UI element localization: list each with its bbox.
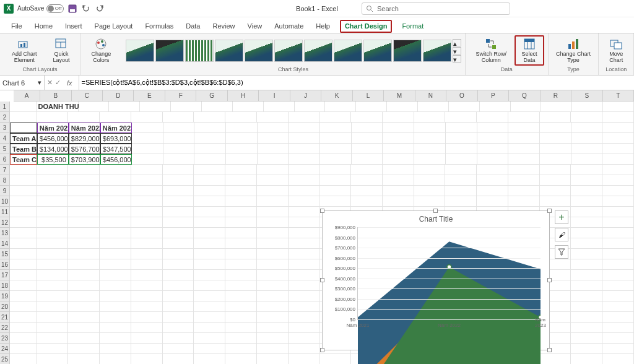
cell[interactable] xyxy=(194,144,226,154)
cell[interactable] xyxy=(480,102,511,112)
cell[interactable] xyxy=(10,333,37,344)
tab-home[interactable]: Home xyxy=(32,20,55,33)
cell[interactable] xyxy=(289,186,320,196)
cell[interactable] xyxy=(602,238,634,249)
cell[interactable] xyxy=(163,291,194,301)
cell[interactable] xyxy=(68,217,100,228)
cell[interactable] xyxy=(194,249,225,259)
row-header[interactable]: 20 xyxy=(0,301,10,312)
cell[interactable] xyxy=(602,291,634,301)
row-header[interactable]: 22 xyxy=(0,323,10,333)
cell[interactable] xyxy=(68,280,100,291)
cell[interactable] xyxy=(289,270,320,280)
cell[interactable]: Team A xyxy=(10,133,37,144)
cell[interactable] xyxy=(163,323,194,333)
cell[interactable] xyxy=(10,238,37,249)
cell[interactable] xyxy=(289,112,320,123)
cell[interactable] xyxy=(163,312,194,323)
cell[interactable] xyxy=(37,312,69,323)
cell[interactable] xyxy=(257,333,289,344)
cell[interactable] xyxy=(100,280,131,291)
cell[interactable] xyxy=(225,333,257,344)
cell[interactable] xyxy=(163,112,194,123)
change-colors-button[interactable]: Change Colors xyxy=(84,37,118,65)
cell[interactable] xyxy=(37,175,69,186)
cell[interactable] xyxy=(10,301,37,312)
cell[interactable] xyxy=(571,154,603,165)
resize-handle[interactable] xyxy=(547,278,552,282)
cell[interactable] xyxy=(194,323,225,333)
cell[interactable] xyxy=(132,154,163,165)
cell[interactable] xyxy=(194,112,225,123)
cell[interactable]: $703,900 xyxy=(69,154,100,165)
cell[interactable] xyxy=(383,112,414,123)
cell[interactable] xyxy=(257,249,289,259)
cell[interactable] xyxy=(289,323,320,333)
row-header[interactable]: 10 xyxy=(0,196,10,207)
cell[interactable] xyxy=(352,144,383,154)
cell[interactable] xyxy=(257,259,289,270)
cell[interactable] xyxy=(571,259,602,270)
cell[interactable] xyxy=(571,238,602,249)
cell[interactable] xyxy=(571,280,602,291)
cell[interactable] xyxy=(233,102,264,112)
cell[interactable] xyxy=(602,270,634,280)
cell[interactable] xyxy=(194,196,225,207)
cell[interactable] xyxy=(571,270,602,280)
cell[interactable] xyxy=(477,175,508,186)
cell[interactable] xyxy=(257,228,289,238)
cell[interactable] xyxy=(477,196,508,207)
cell[interactable] xyxy=(225,249,257,259)
cell[interactable] xyxy=(131,249,163,259)
tab-format[interactable]: Format xyxy=(399,20,426,33)
cell[interactable] xyxy=(37,301,69,312)
chart-filters-button[interactable] xyxy=(555,245,568,259)
chart-plot-area[interactable]: $0$100,000$200,000$300,000$400,000$500,0… xyxy=(357,227,541,320)
cell[interactable] xyxy=(508,165,540,175)
cell[interactable] xyxy=(414,133,446,144)
select-data-button[interactable]: Select Data xyxy=(515,35,544,66)
cell[interactable] xyxy=(414,175,446,186)
cell[interactable] xyxy=(414,154,446,165)
cell[interactable] xyxy=(131,344,163,354)
row-header[interactable]: 12 xyxy=(0,217,10,228)
cell[interactable] xyxy=(226,144,258,154)
cell[interactable] xyxy=(225,270,257,280)
cell[interactable] xyxy=(508,112,540,123)
cell[interactable] xyxy=(37,259,69,270)
row-header[interactable]: 21 xyxy=(0,312,10,323)
cell[interactable] xyxy=(477,186,508,196)
cell[interactable] xyxy=(540,354,571,364)
cell[interactable] xyxy=(508,123,540,133)
cell[interactable] xyxy=(131,165,163,175)
cell[interactable] xyxy=(289,165,320,175)
autosave-toggle[interactable]: AutoSave Off xyxy=(17,4,64,13)
cell[interactable] xyxy=(445,175,477,186)
tab-page-layout[interactable]: Page Layout xyxy=(92,20,136,33)
cell[interactable] xyxy=(289,154,320,165)
row-header[interactable]: 25 xyxy=(0,354,10,364)
row-header[interactable]: 13 xyxy=(0,228,10,238)
cell[interactable] xyxy=(140,102,171,112)
chart-style-1[interactable] xyxy=(126,40,154,62)
tab-file[interactable]: File xyxy=(9,20,25,33)
cell[interactable] xyxy=(289,133,320,144)
cell[interactable] xyxy=(225,112,257,123)
cell[interactable] xyxy=(571,112,602,123)
cell[interactable] xyxy=(10,112,37,123)
cell[interactable] xyxy=(194,312,225,323)
cell[interactable] xyxy=(100,228,131,238)
cell[interactable] xyxy=(295,102,326,112)
cell[interactable] xyxy=(68,165,100,175)
cell[interactable] xyxy=(10,207,37,217)
cell[interactable] xyxy=(68,301,100,312)
cell[interactable] xyxy=(383,165,414,175)
chart-elements-button[interactable]: + xyxy=(555,210,568,224)
change-chart-type-button[interactable]: Change Chart Type xyxy=(552,37,595,65)
cell[interactable] xyxy=(163,175,194,186)
cell[interactable] xyxy=(571,323,602,333)
cell[interactable] xyxy=(602,123,634,133)
cell[interactable] xyxy=(131,312,163,323)
cell[interactable] xyxy=(540,165,571,175)
col-header[interactable]: E xyxy=(134,90,165,101)
